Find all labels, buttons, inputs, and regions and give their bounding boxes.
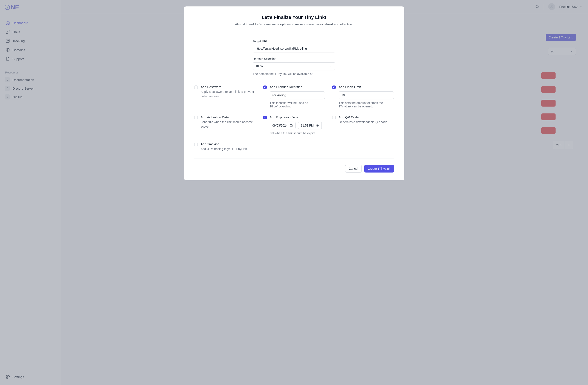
branded-checkbox[interactable]: [263, 85, 267, 89]
expiration-time-input[interactable]: 11:59 PM: [298, 122, 322, 129]
activation-title: Add Activation Date: [201, 115, 256, 119]
tracking-desc: Add UTM tracing to your 1TinyLink.: [201, 147, 256, 151]
svg-rect-5: [290, 125, 292, 126]
activation-desc: Schedule when the link should become act…: [201, 120, 256, 129]
tracking-checkbox[interactable]: [194, 143, 198, 146]
calendar-icon: [290, 124, 293, 127]
finalize-link-modal: Let's Finalize Your Tiny Link! Almost th…: [184, 6, 404, 180]
tracking-title: Add Tracking: [201, 142, 256, 146]
clock-icon: [316, 124, 319, 127]
cancel-button[interactable]: Cancel: [345, 165, 362, 173]
open-limit-help: This sets the amount of times the 1TinyL…: [339, 101, 394, 108]
date-value: 09/03/2024: [273, 124, 288, 127]
chevron-down-icon: [330, 65, 333, 68]
target-url-input[interactable]: [253, 45, 335, 52]
modal-overlay[interactable]: Let's Finalize Your Tiny Link! Almost th…: [0, 0, 588, 385]
time-value: 11:59 PM: [301, 124, 314, 127]
expiration-help: Set when the link should be expire.: [270, 131, 325, 135]
password-checkbox[interactable]: [194, 85, 198, 89]
open-limit-title: Add Open Limit: [339, 85, 394, 89]
expiration-date-input[interactable]: 09/03/2024: [270, 122, 295, 129]
modal-title: Let's Finalize Your Tiny Link!: [194, 15, 394, 20]
domain-select[interactable]: 1tl.co: [253, 62, 335, 70]
domain-label: Domain Selection: [253, 57, 335, 61]
domain-value: 1tl.co: [255, 64, 263, 68]
expiration-checkbox[interactable]: [263, 116, 267, 119]
branded-title: Add Branded Identifier: [270, 85, 325, 89]
branded-input[interactable]: [270, 91, 325, 99]
branded-help: This identifier will be used as 1tl.co/r…: [270, 101, 325, 108]
create-button[interactable]: Create 1TinyLink: [364, 165, 394, 173]
modal-subtitle: Almost there! Let's refine some options …: [194, 22, 394, 26]
password-title: Add Password: [201, 85, 256, 89]
expiration-title: Add Expiration Date: [270, 115, 325, 119]
qr-title: Add QR Code: [339, 115, 394, 119]
open-limit-input[interactable]: [339, 91, 394, 99]
domain-help: The domain the 1TinyLink will be availab…: [253, 72, 335, 76]
target-url-label: Target URL: [253, 40, 335, 43]
activation-checkbox[interactable]: [194, 116, 198, 119]
password-desc: Apply a password to your link to prevent…: [201, 90, 256, 99]
qr-desc: Generates a downloadable QR code.: [339, 120, 394, 124]
open-limit-checkbox[interactable]: [332, 85, 336, 89]
qr-checkbox[interactable]: [332, 116, 336, 119]
